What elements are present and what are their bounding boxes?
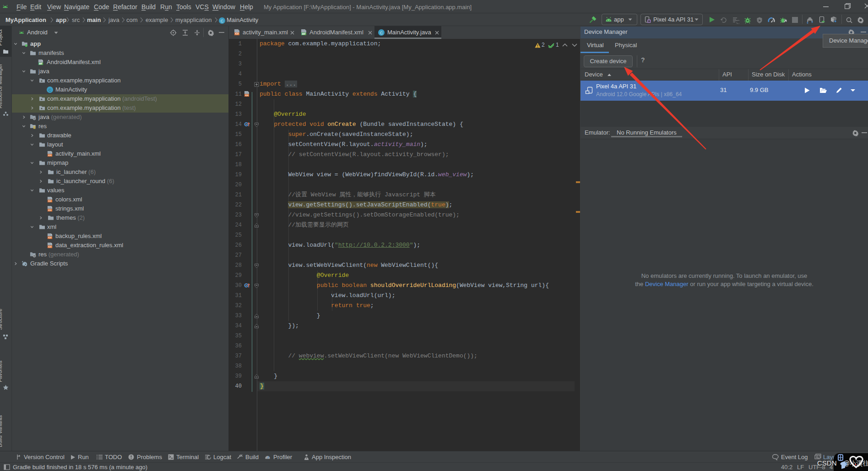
svg-text:MF: MF xyxy=(302,32,306,35)
svg-text:<>: <> xyxy=(48,245,52,249)
svg-text:C: C xyxy=(49,88,52,92)
svg-text:MF: MF xyxy=(39,62,43,65)
svg-text:C: C xyxy=(380,31,383,35)
svg-text:C: C xyxy=(221,19,224,23)
svg-text:<>: <> xyxy=(235,32,239,36)
svg-text:<>: <> xyxy=(48,154,52,157)
svg-text:<>: <> xyxy=(48,209,52,212)
svg-text:<>: <> xyxy=(48,200,52,203)
svg-text:<>: <> xyxy=(48,236,52,239)
svg-text:<>: <> xyxy=(245,94,249,97)
